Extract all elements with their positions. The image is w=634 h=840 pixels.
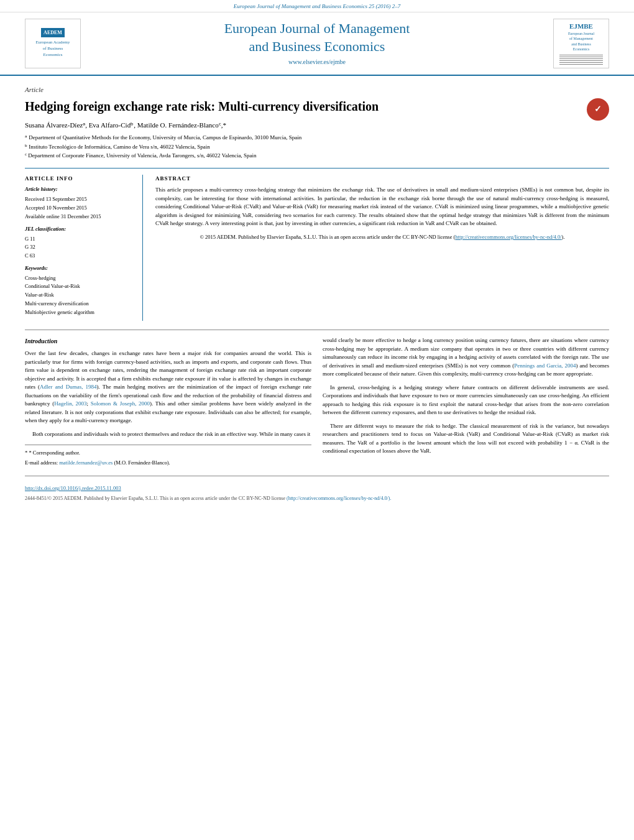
history-section: Article history: Received 13 September 2…	[25, 186, 135, 220]
doi-link: http://dx.doi.org/10.1016/j.redee.2015.1…	[25, 485, 609, 492]
crossmark-logo: ✓	[587, 98, 609, 121]
fn-email: E-mail address: matilde.fernandez@uv.es …	[25, 459, 311, 467]
solomon-ref[interactable]: Solomon & Joseph, 2000	[91, 400, 150, 407]
abstract-text: This article proposes a multi-currency c…	[155, 186, 609, 241]
jel-section: JEL classification: G 11 G 32 C 63	[25, 226, 135, 260]
section-divider	[25, 330, 609, 330]
abstract-section: ABSTRACT This article proposes a multi-c…	[155, 175, 609, 321]
adler-dumas-ref[interactable]: Adler and Dumas, 1984	[40, 384, 96, 390]
ejmbe-subtitle: European Journalof Managementand Busines…	[568, 31, 594, 52]
authors-line: Susana Álvarez-Díezᵃ, Eva Alfaro-Cidᵇ, M…	[25, 121, 609, 130]
kw-5: Multiobjective genetic algorithm	[25, 308, 135, 316]
journal-title-block: European Journal of Management and Busin…	[81, 20, 553, 67]
intro-r2: In general, cross-hedging is a hedging s…	[323, 384, 609, 417]
article-type: Article	[25, 85, 609, 95]
journal-banner: European Journal of Management and Busin…	[0, 0, 634, 12]
ejmbe-logo: EJMBE European Journalof Managementand B…	[553, 19, 609, 68]
title-row: Hedging foreign exchange rate risk: Mult…	[25, 98, 609, 121]
intro-p2: Both corporations and individuals wish t…	[25, 430, 311, 439]
footnote-area: * * Corresponding author. E-mail address…	[25, 445, 311, 467]
kw-2: Conditional Value-at-Risk	[25, 282, 135, 290]
journal-title: European Journal of Management and Busin…	[93, 20, 541, 55]
keywords-section: Keywords: Cross-hedging Conditional Valu…	[25, 265, 135, 316]
affiliations: ᵃ Department of Quantitative Methods for…	[25, 134, 609, 160]
hagelin-ref[interactable]: Hagelin, 2003	[54, 400, 86, 407]
kw-3: Value-at-Risk	[25, 291, 135, 299]
jel-g32: G 32	[25, 243, 135, 251]
body-col-right: would clearly be more effective to hedge…	[323, 336, 609, 467]
jel-codes: G 11 G 32 C 63	[25, 235, 135, 260]
doi-anchor[interactable]: http://dx.doi.org/10.1016/j.redee.2015.1…	[25, 485, 121, 491]
bottom-section: http://dx.doi.org/10.1016/j.redee.2015.1…	[25, 476, 609, 502]
cc-license: © 2015 AEDEM. Published by Elsevier Espa…	[155, 233, 609, 241]
keywords-title: Keywords:	[25, 265, 135, 272]
email-link[interactable]: matilde.fernandez@uv.es	[59, 459, 113, 466]
jel-c63: C 63	[25, 252, 135, 260]
pennings-ref[interactable]: Pennings and Garcia, 2004	[514, 362, 576, 369]
history-title: Article history:	[25, 186, 135, 193]
body-columns: Introduction Over the last few decades, …	[25, 336, 609, 467]
journal-header: AEDEM European Academyof BusinessEconomi…	[0, 12, 634, 76]
accepted-date: Accepted 10 November 2015	[25, 204, 135, 212]
article-info-heading: ARTICLE INFO	[25, 175, 135, 183]
article-info: ARTICLE INFO Article history: Received 1…	[25, 175, 143, 321]
jel-title: JEL classification:	[25, 226, 135, 233]
intro-p1: Over the last few decades, changes in ex…	[25, 349, 311, 425]
info-abstract-section: ARTICLE INFO Article history: Received 1…	[25, 168, 609, 321]
aedem-logo: AEDEM European Academyof BusinessEconomi…	[25, 19, 81, 68]
affiliation-c: ᶜ Department of Corporate Finance, Unive…	[25, 152, 609, 160]
introduction-heading: Introduction	[25, 336, 311, 346]
fn-star: * * Corresponding author.	[25, 449, 311, 457]
bottom-copyright: 2444-8451/© 2015 AEDEM. Published by Els…	[25, 495, 609, 502]
keywords-content: Cross-hedging Conditional Value-at-Risk …	[25, 274, 135, 316]
ejmbe-abbr: EJMBE	[569, 22, 593, 31]
abstract-heading: ABSTRACT	[155, 175, 609, 183]
jel-g11: G 11	[25, 235, 135, 243]
ejmbe-decoration	[559, 55, 603, 65]
intro-r1: would clearly be more effective to hedge…	[323, 336, 609, 379]
kw-4: Multi-currency diversification	[25, 300, 135, 308]
affiliation-b: ᵇ Instituto Tecnológico de Informática, …	[25, 143, 609, 152]
received-date: Received 13 September 2015	[25, 195, 135, 203]
kw-1: Cross-hedging	[25, 274, 135, 282]
body-col-left: Introduction Over the last few decades, …	[25, 336, 311, 467]
affiliation-a: ᵃ Department of Quantitative Methods for…	[25, 134, 609, 142]
intro-r3: There are different ways to measure the …	[323, 422, 609, 456]
article-title: Hedging foreign exchange rate risk: Mult…	[25, 98, 581, 114]
cc-license-link[interactable]: http://creativecommons.org/licenses/by-n…	[455, 234, 561, 240]
available-date: Available online 31 December 2015	[25, 213, 135, 221]
history-content: Received 13 September 2015 Accepted 10 N…	[25, 195, 135, 220]
article-content: Article Hedging foreign exchange rate ri…	[0, 76, 634, 512]
journal-website[interactable]: www.elsevier.es/ejmbe	[93, 58, 541, 67]
banner-text: European Journal of Management and Busin…	[234, 3, 400, 9]
aedem-full-name: European Academyof BusinessEconomics	[35, 40, 70, 58]
aedem-abbr: AEDEM	[41, 28, 65, 37]
bottom-license-link[interactable]: (http://creativecommons.org/licenses/by-…	[287, 496, 391, 501]
